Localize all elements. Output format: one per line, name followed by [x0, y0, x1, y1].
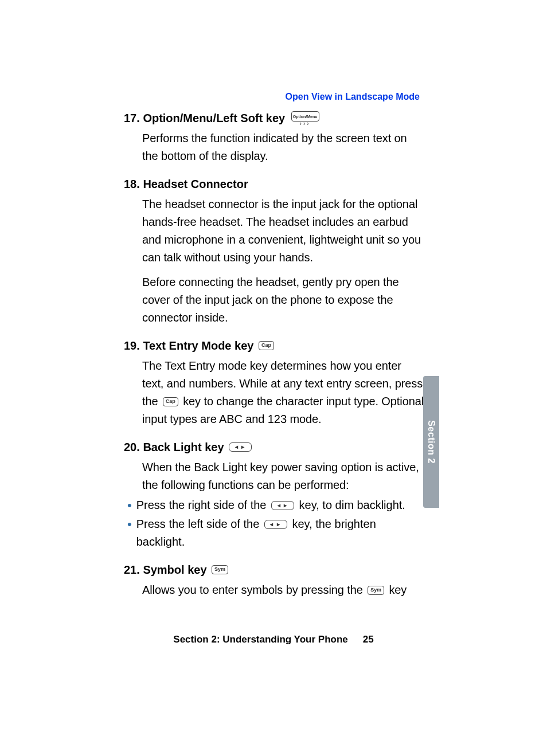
- item-heading: 18. Headset Connector: [124, 177, 248, 192]
- item-body: The headset connector is the input jack …: [142, 195, 425, 267]
- footer-section-title: Section 2: Understanding Your Phone: [173, 634, 347, 645]
- list-item: 19. Text Entry Mode key Cap The Text Ent…: [124, 338, 425, 428]
- item-title: Option/Menu/Left Soft key: [143, 111, 285, 126]
- list-item: 17. Option/Menu/Left Soft key Option/Men…: [124, 111, 425, 165]
- item-number: 20.: [124, 440, 140, 455]
- bullet-icon: •: [127, 518, 132, 531]
- sym-key-icon: Sym: [368, 586, 384, 595]
- bullet-list: • Press the right side of the ◂ ▸ key, t…: [127, 496, 425, 551]
- list-item: 18. Headset Connector The headset connec…: [124, 177, 425, 327]
- text-post: key to change the character input type. …: [142, 395, 424, 425]
- text-post: key: [389, 583, 407, 596]
- item-title: Headset Connector: [143, 177, 248, 192]
- item-heading: 17. Option/Menu/Left Soft key Option/Men…: [124, 111, 322, 126]
- item-number: 19.: [124, 338, 140, 354]
- item-body: The Text Entry mode key determines how y…: [142, 357, 425, 428]
- page: Open View in Landscape Mode 17. Option/M…: [0, 0, 547, 756]
- item-body: When the Back Light key power saving opt…: [142, 459, 425, 494]
- section-tab: Section 2: [423, 376, 439, 508]
- item-number: 18.: [124, 177, 140, 192]
- text-pre: Press the right side of the: [136, 499, 269, 511]
- cap-key-icon: Cap: [163, 397, 178, 406]
- item-body: Allows you to enter symbols by pressing …: [142, 581, 425, 599]
- sym-key-icon: Sym: [212, 565, 228, 574]
- page-footer: Section 2: Understanding Your Phone 25: [0, 634, 547, 645]
- text-pre: Allows you to enter symbols by pressing …: [142, 583, 366, 596]
- item-heading: 19. Text Entry Mode key Cap: [124, 338, 276, 354]
- backlight-key-icon: ◂ ▸: [264, 520, 287, 529]
- text-post: key, to dim backlight.: [299, 499, 405, 511]
- text-pre: Press the left side of the: [136, 518, 263, 530]
- item-number: 17.: [124, 111, 140, 126]
- item-number: 21.: [124, 562, 140, 578]
- bullet-item: • Press the left side of the ◂ ▸ key, th…: [127, 515, 425, 551]
- bullet-text: Press the right side of the ◂ ▸ key, to …: [136, 496, 405, 514]
- item-title: Back Light key: [143, 440, 224, 455]
- item-title: Symbol key: [143, 562, 206, 578]
- bullet-text: Press the left side of the ◂ ▸ key, the …: [136, 515, 425, 551]
- list-item: 20. Back Light key ◂ ▸ When the Back Lig…: [124, 440, 425, 551]
- item-title: Text Entry Mode key: [143, 338, 253, 354]
- option-menu-key-icon: Option/Menu ›››: [290, 111, 321, 126]
- backlight-key-icon: ◂ ▸: [229, 442, 252, 452]
- dots-icon: ›››: [300, 122, 311, 126]
- list-item: 21. Symbol key Sym Allows you to enter s…: [124, 562, 425, 599]
- footer-page-number: 25: [363, 634, 374, 645]
- bullet-item: • Press the right side of the ◂ ▸ key, t…: [127, 496, 425, 514]
- item-body: Performs the function indicated by the s…: [142, 130, 425, 165]
- item-heading: 20. Back Light key ◂ ▸: [124, 440, 253, 455]
- item-body: Before connecting the headset, gently pr…: [142, 273, 425, 327]
- content-area: 17. Option/Menu/Left Soft key Option/Men…: [124, 111, 425, 604]
- header-section-link: Open View in Landscape Mode: [286, 92, 420, 102]
- section-tab-label: Section 2: [426, 420, 436, 464]
- bullet-icon: •: [127, 499, 132, 512]
- backlight-key-icon: ◂ ▸: [271, 501, 294, 510]
- item-heading: 21. Symbol key Sym: [124, 562, 230, 578]
- cap-key-icon: Cap: [259, 341, 274, 350]
